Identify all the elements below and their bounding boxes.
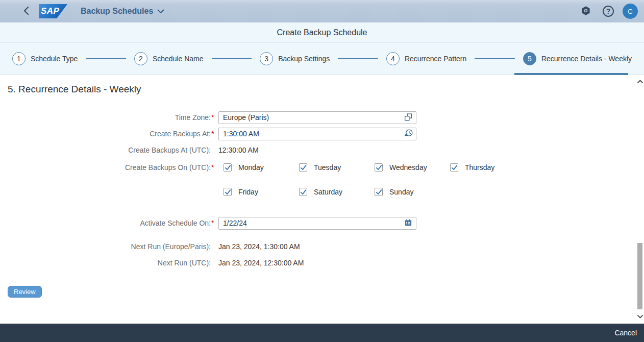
step-connector (338, 58, 378, 59)
user-avatar[interactable]: C (623, 4, 638, 19)
question-mark-icon: ? (603, 6, 614, 17)
day-item-saturday: Saturday (299, 188, 375, 196)
sunday-checkbox[interactable] (375, 188, 383, 196)
create-backups-at-utc-value: 12:30:00 AM (218, 146, 259, 154)
help-glyph: ? (606, 7, 611, 15)
create-backups-on-row-1: Create Backups On (UTC): * Monday (0, 162, 644, 173)
tuesday-checkbox[interactable] (299, 163, 307, 172)
time-zone-value-help-button[interactable] (402, 112, 415, 123)
days-row-2: Friday Saturday Sunday (218, 188, 450, 196)
chevron-down-icon (637, 315, 643, 319)
time-zone-row: Time Zone: * (0, 111, 644, 124)
create-backups-on-row-2: Friday Saturday Sunday (0, 187, 644, 197)
wizard-step-4[interactable]: 4 Recurrence Pattern (386, 52, 466, 65)
monday-checkbox[interactable] (224, 163, 232, 172)
create-backups-at-utc-label-wrap: Create Backups At (UTC): (0, 146, 215, 154)
wizard-step-5[interactable]: 5 Recurrence Details - Weekly (523, 52, 632, 65)
checkmark-icon (300, 164, 307, 171)
create-backups-at-input[interactable] (218, 128, 416, 140)
review-button[interactable]: Review (8, 286, 42, 298)
thursday-label: Thursday (465, 163, 494, 172)
next-run-local-row: Next Run (Europe/Paris): Jan 23, 2024, 1… (0, 242, 644, 251)
friday-checkbox[interactable] (224, 188, 232, 196)
vertical-scrollbar[interactable] (636, 75, 644, 324)
create-backups-at-utc-row: Create Backups At (UTC): 12:30:00 AM (0, 145, 644, 155)
create-backups-on-label-wrap: Create Backups On (UTC): * (0, 163, 215, 172)
wizard-step-2[interactable]: 2 Schedule Name (134, 52, 204, 65)
step-connector (86, 58, 126, 59)
day-item-friday: Friday (224, 188, 299, 196)
app-title-menu[interactable]: Backup Schedules (81, 7, 164, 16)
shell-header: SAP Backup Schedules ? C (0, 0, 644, 22)
time-zone-input[interactable] (218, 111, 416, 124)
next-run-local-label: Next Run (Europe/Paris): (131, 242, 211, 251)
day-item-monday: Monday (224, 163, 299, 172)
scroll-up-button[interactable] (636, 77, 644, 85)
saturday-label: Saturday (314, 188, 342, 196)
checkmark-icon (225, 164, 231, 171)
checkmark-icon (300, 189, 307, 196)
help-button[interactable]: ? (599, 2, 617, 20)
step-2-label: Schedule Name (153, 55, 204, 63)
checkmark-icon (451, 164, 458, 171)
activate-schedule-on-input[interactable] (218, 217, 416, 230)
scroll-down-button[interactable] (636, 312, 644, 321)
sunday-label: Sunday (389, 188, 413, 196)
activate-schedule-on-label-wrap: Activate Schedule On: * (0, 219, 215, 227)
chevron-up-icon (637, 80, 643, 83)
create-backups-at-row: Create Backups At: * (0, 127, 644, 140)
scrollbar-thumb[interactable] (637, 243, 642, 309)
time-zone-label-wrap: Time Zone: * (0, 113, 215, 121)
create-backups-at-control (218, 128, 416, 140)
activate-schedule-on-label: Activate Schedule On: (140, 219, 211, 227)
value-help-icon (404, 112, 413, 123)
step-5-circle: 5 (523, 52, 536, 65)
day-item-wednesday: Wednesday (375, 163, 450, 172)
product-switcher-button[interactable] (577, 2, 595, 20)
back-button[interactable] (20, 6, 32, 17)
day-item-sunday: Sunday (375, 188, 450, 196)
footer-toolbar: Cancel (0, 324, 644, 342)
wednesday-label: Wednesday (389, 163, 427, 172)
sap-logo: SAP (39, 4, 67, 18)
checkmark-icon (225, 189, 231, 196)
day-item-tuesday: Tuesday (299, 163, 375, 172)
checkmark-icon (376, 189, 382, 196)
step-4-circle: 4 (386, 52, 400, 65)
saturday-checkbox[interactable] (299, 188, 307, 196)
required-marker: * (211, 163, 215, 172)
section-heading: 5. Recurrence Details - Weekly (8, 84, 644, 95)
app-title-label: Backup Schedules (81, 7, 153, 16)
required-marker: * (211, 130, 215, 138)
chevron-down-icon (157, 8, 164, 15)
tuesday-label: Tuesday (314, 163, 341, 172)
wizard-progress-bar: 1 Schedule Type 2 Schedule Name 3 Backup… (0, 43, 644, 75)
sap-logo-text: SAP (39, 6, 59, 16)
step-2-circle: 2 (134, 52, 147, 65)
days-row-1: Monday Tuesday Wednesday (218, 163, 526, 172)
recurrence-form: Time Zone: * (0, 111, 644, 267)
date-picker-button[interactable] (402, 218, 415, 229)
calendar-icon (404, 218, 413, 229)
create-backups-at-label: Create Backups At: (150, 130, 211, 138)
wizard-step-3[interactable]: 3 Backup Settings (260, 52, 330, 65)
page-title: Create Backup Schedule (277, 28, 367, 37)
create-backups-at-label-wrap: Create Backups At: * (0, 130, 215, 138)
cube-icon (580, 5, 591, 18)
next-run-utc-row: Next Run (UTC): Jan 23, 2024, 12:30:00 A… (0, 258, 644, 267)
time-picker-button[interactable] (402, 129, 415, 139)
step-1-label: Schedule Type (31, 55, 78, 63)
avatar-initial: C (628, 8, 632, 15)
next-run-utc-label: Next Run (UTC): (158, 259, 211, 267)
cancel-button[interactable]: Cancel (614, 329, 637, 337)
wizard-step-1[interactable]: 1 Schedule Type (12, 52, 78, 65)
page-title-bar: Create Backup Schedule (0, 22, 644, 43)
next-run-utc-label-wrap: Next Run (UTC): (0, 259, 215, 267)
required-marker: * (211, 219, 215, 227)
thursday-checkbox[interactable] (450, 163, 458, 172)
activate-schedule-on-row: Activate Schedule On: * (0, 216, 644, 230)
step-3-label: Backup Settings (278, 55, 330, 63)
friday-label: Friday (238, 188, 258, 196)
create-backups-on-label: Create Backups On (UTC): (125, 163, 211, 172)
wednesday-checkbox[interactable] (375, 163, 383, 172)
